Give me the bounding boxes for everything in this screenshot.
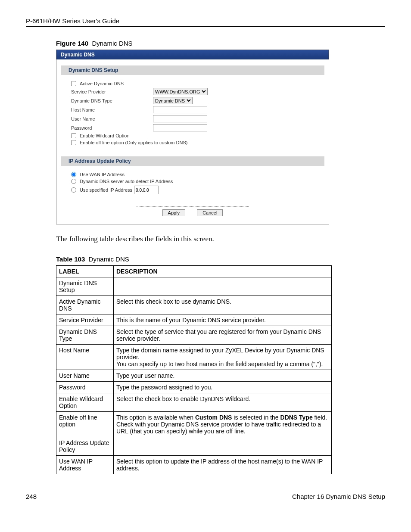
use-wan-ip-label: Use WAN IP Address [80,172,125,177]
table-cell-description: Type the password assigned to you. [114,382,332,393]
table-row: Active Dynamic DNSSelect this check box … [56,296,332,314]
service-provider-select[interactable]: WWW.DynDNS.ORG [153,88,208,95]
table-row: Service ProviderThis is the name of your… [56,314,332,326]
table-cell-description [114,277,332,296]
table-cell-description [114,437,332,456]
page-header: P-661H/HW Series User's Guide [26,17,385,25]
table-cell-label: Password [56,382,114,393]
use-wan-ip-radio[interactable] [71,172,76,177]
active-ddns-checkbox[interactable] [71,81,76,86]
table-row: Enable Wildcard OptionSelect the check b… [56,393,332,412]
button-separator [137,206,249,207]
table-row: Host NameType the domain name assigned t… [56,345,332,370]
auto-detect-label: Dynamic DNS server auto detect IP Addres… [80,179,173,184]
table-cell-label: Service Provider [56,314,114,326]
table-cell-description: Select the type of service that you are … [114,326,332,345]
enable-wildcard-checkbox[interactable] [71,133,76,138]
table-caption: Table 103 Dynamic DNS [26,255,385,263]
password-label: Password [71,125,153,131]
table-row: Use WAN IP AddressSelect this option to … [56,456,332,474]
host-name-input[interactable] [153,106,207,113]
table-cell-description: Select this check box to use dynamic DNS… [114,296,332,314]
table-cell-description: This is the name of your Dynamic DNS ser… [114,314,332,326]
ddns-type-label: Dynamic DNS Type [71,98,153,103]
chapter-label: Chapter 16 Dynamic DNS Setup [292,493,385,500]
user-name-label: User Name [71,116,153,121]
specified-ip-input[interactable] [134,186,159,194]
dynamic-dns-panel: Dynamic DNS Dynamic DNS Setup Active Dyn… [56,50,329,224]
table-cell-label: Host Name [56,345,114,370]
table-header-label: LABEL [56,266,114,277]
apply-button[interactable]: Apply [162,209,186,216]
body-text: The following table describes the fields… [56,235,385,243]
table-caption-title: Dynamic DNS [89,255,129,263]
cancel-button[interactable]: Cancel [197,209,223,216]
table-row: User NameType your user name. [56,370,332,382]
page-number: 248 [26,493,37,500]
description-table: LABEL DESCRIPTION Dynamic DNS SetupActiv… [56,265,332,474]
table-cell-description: This option is available when Custom DNS… [114,412,332,437]
figure-label: Figure 140 [56,40,88,47]
service-provider-label: Service Provider [71,89,153,94]
use-specified-label: Use specified IP Address [80,187,132,193]
table-cell-label: User Name [56,370,114,382]
active-ddns-label: Active Dynamic DNS [80,81,124,86]
figure-title: Dynamic DNS [92,40,132,47]
use-specified-radio[interactable] [71,187,76,193]
table-caption-label: Table 103 [56,255,85,263]
header-rule [26,26,385,27]
table-row: Enable off line optionThis option is ava… [56,412,332,437]
table-cell-description: Type your user name. [114,370,332,382]
table-cell-label: Enable off line option [56,412,114,437]
password-input[interactable] [153,124,207,131]
enable-offline-checkbox[interactable] [71,140,76,145]
table-row: Dynamic DNS TypeSelect the type of servi… [56,326,332,345]
auto-detect-radio[interactable] [71,179,76,184]
host-name-label: Host Name [71,107,153,112]
ddns-type-select[interactable]: Dynamic DNS [153,97,193,104]
section-ip-policy: IP Address Update Policy [61,156,324,166]
table-cell-description: Select the check box to enable DynDNS Wi… [114,393,332,412]
table-row: Dynamic DNS Setup [56,277,332,296]
section-ddns-setup: Dynamic DNS Setup [61,65,324,75]
table-row: PasswordType the password assigned to yo… [56,382,332,393]
table-cell-label: Enable Wildcard Option [56,393,114,412]
panel-titlebar: Dynamic DNS [56,50,329,59]
table-cell-label: Dynamic DNS Setup [56,277,114,296]
user-name-input[interactable] [153,115,207,122]
table-cell-label: Dynamic DNS Type [56,326,114,345]
table-cell-label: Use WAN IP Address [56,456,114,474]
table-cell-label: Active Dynamic DNS [56,296,114,314]
table-cell-label: IP Address Update Policy [56,437,114,456]
table-cell-description: Type the domain name assigned to your Zy… [114,345,332,370]
page-footer: 248 Chapter 16 Dynamic DNS Setup [26,490,385,500]
figure-caption: Figure 140 Dynamic DNS [26,40,385,47]
enable-offline-label: Enable off line option (Only applies to … [80,140,187,145]
table-header-description: DESCRIPTION [114,266,332,277]
enable-wildcard-label: Enable Wildcard Option [80,133,130,138]
table-row: IP Address Update Policy [56,437,332,456]
table-cell-description: Select this option to update the IP addr… [114,456,332,474]
